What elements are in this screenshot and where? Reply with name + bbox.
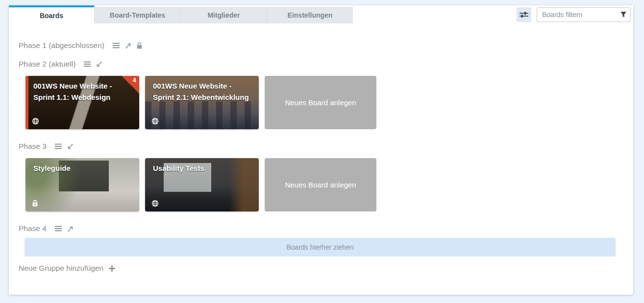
funnel-filter-icon[interactable]	[619, 11, 627, 19]
collapse-icon[interactable]	[96, 61, 103, 68]
group-menu-icon[interactable]	[55, 226, 62, 232]
board-card-styleguide[interactable]: Styleguide	[25, 158, 139, 211]
badge-count: 4	[133, 77, 136, 84]
toolbar	[517, 7, 631, 22]
lock-icon	[32, 200, 38, 207]
tab-boards[interactable]: Boards	[9, 5, 94, 23]
group-title: Phase 1 (abgeschlossen)	[19, 41, 104, 50]
globe-icon	[151, 117, 159, 125]
tab-board-templates[interactable]: Board-Templates	[94, 7, 180, 23]
new-board-button[interactable]: Neues Board anlegen	[265, 158, 376, 211]
board-title: 001WS Neue Website - Sprint 1.1: Webdesi…	[33, 81, 132, 103]
tab-mitglieder[interactable]: Mitglieder	[180, 7, 267, 23]
filter-field-wrap	[537, 7, 631, 22]
board-dropzone[interactable]: Boards hierher ziehen	[25, 238, 616, 256]
board-card-usability-tests[interactable]: Usability Tests	[145, 158, 259, 211]
board-title: Usability Tests	[153, 163, 252, 174]
group-title: Phase 2 (aktuell)	[19, 60, 75, 69]
boards-panel: Boards Board-Templates Mitglieder Einste…	[9, 5, 633, 295]
boards-content: Phase 1 (abgeschlossen) Pha	[9, 23, 633, 273]
boards-filter-input[interactable]	[537, 7, 631, 22]
expand-icon[interactable]	[67, 225, 74, 233]
group-menu-icon[interactable]	[84, 61, 91, 67]
group-title: Phase 3	[19, 142, 47, 151]
add-group-button[interactable]: Neue Gruppe hinzufügen	[19, 264, 116, 273]
expand-icon[interactable]	[124, 42, 132, 49]
group-header-phase4: Phase 4	[19, 223, 623, 234]
group-menu-icon[interactable]	[113, 43, 120, 48]
group-header-phase1: Phase 1 (abgeschlossen)	[19, 40, 623, 51]
lock-icon	[136, 42, 143, 49]
plus-icon	[108, 265, 116, 272]
add-group-label: Neue Gruppe hinzufügen	[19, 264, 103, 273]
tune-sliders-icon	[519, 11, 529, 19]
board-title: Styleguide	[33, 163, 132, 174]
board-title: 001WS Neue Website - Sprint 2.1: Webentw…	[153, 81, 252, 103]
boards-row-phase3: Styleguide Usability Tests	[25, 158, 623, 211]
tab-einstellungen[interactable]: Einstellungen	[267, 7, 353, 23]
view-options-button[interactable]	[517, 7, 531, 22]
globe-icon	[151, 200, 159, 207]
new-board-button[interactable]: Neues Board anlegen	[265, 76, 376, 129]
group-header-phase2: Phase 2 (aktuell)	[19, 58, 623, 70]
notification-corner-badge	[122, 76, 139, 93]
globe-icon	[32, 117, 39, 125]
group-title: Phase 4	[19, 224, 47, 233]
group-header-phase3: Phase 3	[19, 140, 623, 152]
board-card-sprint-2-1[interactable]: 001WS Neue Website - Sprint 2.1: Webentw…	[145, 76, 259, 129]
board-card-sprint-1-1[interactable]: 001WS Neue Website - Sprint 1.1: Webdesi…	[25, 76, 139, 129]
collapse-icon[interactable]	[67, 143, 74, 150]
boards-row-phase2: 001WS Neue Website - Sprint 1.1: Webdesi…	[25, 76, 623, 129]
group-menu-icon[interactable]	[55, 143, 62, 149]
